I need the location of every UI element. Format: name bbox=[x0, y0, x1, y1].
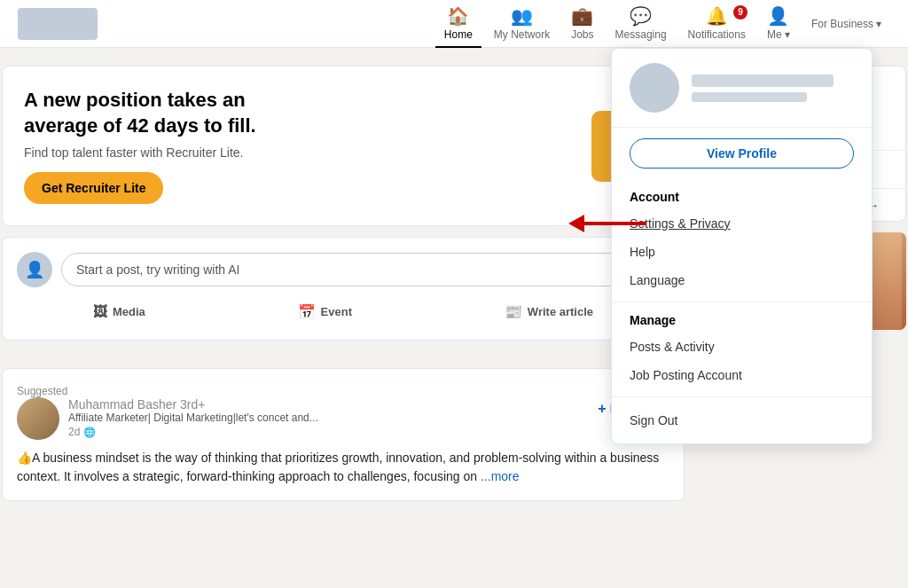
media-label: Media bbox=[113, 305, 145, 318]
ad-subtext: Find top talent faster with Recruiter Li… bbox=[24, 145, 272, 160]
dropdown-user-details bbox=[692, 74, 834, 102]
manage-section: Manage Posts & Activity Job Posting Acco… bbox=[612, 302, 872, 397]
feed-author-name: Muhammad Basher 3rd+ bbox=[68, 397, 582, 412]
media-button[interactable]: 🖼 Media bbox=[84, 298, 154, 325]
nav-my-network-label: My Network bbox=[494, 28, 550, 41]
dropdown-user-name bbox=[692, 74, 834, 87]
ad-text: A new position takes an average of 42 da… bbox=[24, 88, 272, 204]
for-business-chevron: ▾ bbox=[876, 18, 881, 30]
nav-me[interactable]: 👤 Me ▾ bbox=[758, 0, 799, 48]
left-column: A new position takes an average of 42 da… bbox=[2, 66, 685, 501]
jobs-icon: 💼 bbox=[571, 5, 593, 27]
arrow-head bbox=[568, 215, 584, 232]
post-box: 👤 Start a post, try writing with AI 🖼 Me… bbox=[2, 237, 685, 341]
plus-icon: + bbox=[598, 401, 606, 417]
nav-messaging[interactable]: 💬 Messaging bbox=[607, 0, 676, 48]
arrow-line bbox=[584, 222, 646, 225]
globe-icon: 🌐 bbox=[83, 427, 96, 437]
sort-row: Sort by: To bbox=[2, 351, 685, 365]
feed-card: ··· Suggested Muhammad Basher 3rd+ Affil… bbox=[2, 368, 685, 501]
recruiter-lite-ad: A new position takes an average of 42 da… bbox=[2, 66, 685, 226]
ad-headline: A new position takes an average of 42 da… bbox=[24, 88, 272, 138]
view-profile-container: View Profile bbox=[612, 138, 872, 169]
sign-out-button[interactable]: Sign Out bbox=[612, 404, 872, 436]
nav-jobs[interactable]: 💼 Jobs bbox=[562, 0, 602, 48]
help-item[interactable]: Help bbox=[612, 238, 872, 266]
write-article-label: Write article bbox=[528, 305, 593, 318]
for-business-label: For Business bbox=[811, 18, 873, 30]
event-label: Event bbox=[321, 305, 352, 318]
feed-post-content: 👍A business mindset is the way of thinki… bbox=[17, 449, 669, 486]
linkedin-logo bbox=[18, 8, 98, 40]
nav-me-label: Me ▾ bbox=[767, 28, 790, 41]
settings-privacy-item[interactable]: Settings & Privacy bbox=[612, 209, 872, 238]
suggested-label: Suggested bbox=[17, 385, 67, 397]
nav-jobs-label: Jobs bbox=[571, 28, 593, 41]
feed-avatar bbox=[17, 397, 59, 440]
language-item[interactable]: Language bbox=[612, 266, 872, 294]
post-input-row: 👤 Start a post, try writing with AI bbox=[17, 252, 669, 287]
job-posting-item[interactable]: Job Posting Account bbox=[612, 361, 872, 389]
get-recruiter-lite-button[interactable]: Get Recruiter Lite bbox=[24, 172, 163, 204]
write-article-button[interactable]: 📰 Write article bbox=[496, 298, 602, 325]
posts-activity-item[interactable]: Posts & Activity bbox=[612, 333, 872, 361]
home-icon: 🏠 bbox=[447, 5, 469, 27]
nav-my-network[interactable]: 👥 My Network bbox=[485, 0, 559, 48]
notifications-badge: 9 bbox=[733, 5, 748, 20]
me-icon: 👤 bbox=[767, 5, 789, 27]
for-business-menu[interactable]: For Business ▾ bbox=[802, 0, 890, 48]
article-icon: 📰 bbox=[505, 303, 522, 320]
main-nav: 🏠 Home 👥 My Network 💼 Jobs 💬 Messaging 🔔… bbox=[435, 0, 890, 48]
feed-post-time: 2d 🌐 bbox=[68, 426, 582, 438]
connection-degree: 3rd+ bbox=[180, 397, 205, 412]
settings-highlight-arrow bbox=[584, 222, 646, 225]
event-icon: 📅 bbox=[298, 303, 316, 320]
nav-notifications[interactable]: 🔔 9 Notifications bbox=[679, 0, 755, 48]
feed-user-info: Muhammad Basher 3rd+ Affiliate Marketer|… bbox=[68, 397, 582, 438]
event-button[interactable]: 📅 Event bbox=[289, 298, 361, 325]
me-dropdown-menu: View Profile Account Settings & Privacy … bbox=[611, 48, 873, 444]
nav-home-label: Home bbox=[444, 28, 473, 41]
dropdown-user-title bbox=[692, 92, 807, 102]
dropdown-profile-section bbox=[612, 49, 872, 128]
feed-avatar-image bbox=[17, 397, 59, 440]
messaging-icon: 💬 bbox=[630, 5, 652, 27]
account-section-title: Account bbox=[612, 186, 872, 209]
feed-author-title: Affiliate Marketer| Digital Marketing|le… bbox=[68, 412, 582, 424]
post-actions: 🖼 Media 📅 Event 📰 Write article bbox=[17, 298, 669, 325]
header: 🏠 Home 👥 My Network 💼 Jobs 💬 Messaging 🔔… bbox=[0, 0, 908, 48]
media-icon: 🖼 bbox=[93, 304, 107, 320]
sign-out-section: Sign Out bbox=[612, 397, 872, 443]
user-avatar: 👤 bbox=[17, 252, 52, 287]
view-profile-button[interactable]: View Profile bbox=[630, 138, 854, 169]
dropdown-avatar bbox=[630, 63, 679, 113]
nav-home[interactable]: 🏠 Home bbox=[435, 0, 481, 48]
nav-notifications-label: Notifications bbox=[688, 28, 746, 41]
read-more-link[interactable]: ...more bbox=[481, 469, 520, 483]
nav-messaging-label: Messaging bbox=[615, 28, 667, 41]
network-icon: 👥 bbox=[511, 5, 533, 27]
start-post-input[interactable]: Start a post, try writing with AI bbox=[61, 253, 669, 286]
manage-section-title: Manage bbox=[612, 310, 872, 333]
account-section: Account Settings & Privacy Help Language bbox=[612, 179, 872, 302]
feed-user-row: Muhammad Basher 3rd+ Affiliate Marketer|… bbox=[17, 397, 656, 440]
notifications-icon: 🔔 bbox=[706, 5, 728, 27]
